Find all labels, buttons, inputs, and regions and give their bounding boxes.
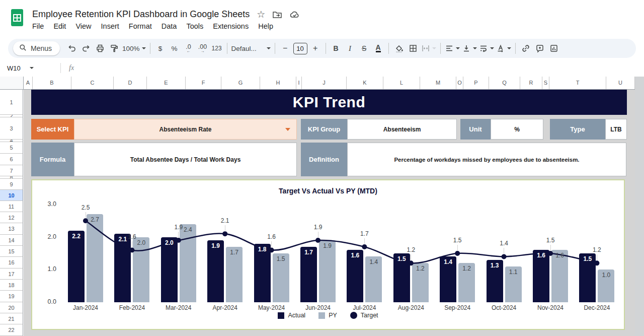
vertical-align-button[interactable] <box>462 42 477 55</box>
row-header-16[interactable]: 16 <box>0 257 23 268</box>
column-header-P[interactable]: P <box>463 77 489 89</box>
scrollbar-track[interactable] <box>635 77 644 336</box>
insert-comment-button[interactable] <box>534 42 546 55</box>
column-header-T[interactable]: T <box>549 77 606 89</box>
row-header-3[interactable]: 3 <box>0 117 23 140</box>
kpi-group-value[interactable]: Absenteeism <box>347 119 457 140</box>
column-header-A[interactable]: A <box>24 77 33 89</box>
row-header-12[interactable]: 12 <box>0 212 23 223</box>
borders-button[interactable] <box>407 42 419 55</box>
horizontal-align-button[interactable] <box>445 42 460 55</box>
column-header-B[interactable]: B <box>33 77 71 89</box>
row-header-13[interactable]: 13 <box>0 223 23 235</box>
menus-search-button[interactable]: Menus <box>13 41 60 55</box>
column-header-E[interactable]: E <box>147 77 186 89</box>
column-header-D[interactable]: D <box>114 77 147 89</box>
print-button[interactable] <box>94 42 106 55</box>
row-header-9[interactable]: 9 <box>0 179 23 190</box>
row-header-11[interactable]: 11 <box>0 201 23 212</box>
column-header-C[interactable]: C <box>71 77 114 89</box>
row-header-14[interactable]: 14 <box>0 235 23 246</box>
paint-format-button[interactable] <box>108 42 120 55</box>
type-value[interactable]: LTB <box>605 119 627 140</box>
zoom-value: 100% <box>122 45 140 52</box>
column-header-U[interactable]: U <box>606 77 635 89</box>
format-currency-button[interactable]: $ <box>154 42 167 55</box>
undo-button[interactable] <box>66 42 78 55</box>
menu-insert[interactable]: Insert <box>101 22 119 30</box>
increase-font-size-button[interactable]: + <box>309 42 321 55</box>
column-header-G[interactable]: G <box>221 77 260 89</box>
x-axis-label: Feb-2024 <box>109 304 154 311</box>
row-header-18[interactable]: 18 <box>0 280 23 291</box>
row-header-17[interactable]: 17 <box>0 268 23 280</box>
actual-value-label: 1.4 <box>440 258 456 265</box>
more-formats-button[interactable]: 123 <box>211 42 223 55</box>
menu-tools[interactable]: Tools <box>186 22 203 30</box>
row-header-21[interactable]: 21 <box>0 313 23 324</box>
row-header-22[interactable]: 22 <box>0 324 23 336</box>
column-header-M[interactable]: M <box>420 77 456 89</box>
column-header-R[interactable]: R <box>520 77 542 89</box>
column-header-J[interactable]: J <box>302 77 347 89</box>
bold-button[interactable]: B <box>330 42 342 55</box>
zoom-control[interactable]: 100% <box>122 42 146 55</box>
increase-decimal-button[interactable]: .00→ <box>197 42 209 55</box>
fill-color-button[interactable] <box>393 42 405 55</box>
menu-edit[interactable]: Edit <box>53 22 66 30</box>
merge-cells-button[interactable] <box>421 42 436 55</box>
formula-value[interactable]: Total Absentee Days / Total Work Days <box>74 143 297 176</box>
row-header-20[interactable]: 20 <box>0 302 23 313</box>
column-header-H[interactable]: H <box>260 77 296 89</box>
menu-view[interactable]: View <box>75 22 91 30</box>
row-header-10[interactable]: 10 <box>0 190 23 201</box>
italic-button[interactable]: I <box>344 42 356 55</box>
star-icon[interactable]: ☆ <box>257 10 265 19</box>
spreadsheet-canvas[interactable]: KPI Trend Select KPI Absenteeism Rate KP… <box>24 90 635 336</box>
row-header-19[interactable]: 19 <box>0 291 23 302</box>
chevron-down-icon <box>267 47 271 49</box>
decrease-font-size-button[interactable]: − <box>279 42 291 55</box>
column-header-Q[interactable]: Q <box>489 77 520 89</box>
text-color-button[interactable]: A <box>372 42 384 55</box>
row-header-15[interactable]: 15 <box>0 246 23 257</box>
row-header-6[interactable]: 6 <box>0 154 23 165</box>
font-size-input[interactable]: 10 <box>293 42 307 55</box>
select-kpi-dropdown[interactable]: Absenteeism Rate <box>74 119 297 140</box>
column-header-K[interactable]: K <box>347 77 383 89</box>
row-header-5[interactable]: 5 <box>0 142 23 154</box>
menu-format[interactable]: Format <box>129 22 152 30</box>
target-label-leader <box>86 212 86 218</box>
definition-value[interactable]: Percentage of workdays missed by employe… <box>347 143 626 176</box>
redo-button[interactable] <box>80 42 92 55</box>
move-folder-icon[interactable] <box>272 10 282 19</box>
menu-help[interactable]: Help <box>258 22 273 30</box>
text-rotation-button[interactable] <box>496 42 511 55</box>
format-percent-button[interactable]: % <box>169 42 181 55</box>
column-header-F[interactable]: F <box>186 77 221 89</box>
row-header-7[interactable]: 7 <box>0 165 23 176</box>
sheets-logo-icon[interactable] <box>10 8 24 29</box>
menu-file[interactable]: File <box>32 22 44 30</box>
column-header-O[interactable]: O <box>456 77 463 89</box>
document-title[interactable]: Employee Retention KPI Dashboard in Goog… <box>32 9 250 20</box>
font-family-selector[interactable]: Defaul... <box>231 42 271 55</box>
insert-link-button[interactable] <box>520 42 532 55</box>
text-wrap-button[interactable] <box>479 42 494 55</box>
cloud-status-icon[interactable] <box>289 10 300 19</box>
cell-name-box[interactable]: W10 <box>0 64 55 72</box>
row-header-1[interactable]: 1 <box>0 90 23 115</box>
select-all-corner[interactable] <box>0 77 24 90</box>
menu-extensions[interactable]: Extensions <box>213 22 249 30</box>
chart-legend: ActualPYTarget <box>32 312 624 319</box>
insert-chart-button[interactable] <box>548 42 560 55</box>
select-kpi-value: Absenteeism Rate <box>159 126 211 133</box>
unit-value[interactable]: % <box>491 119 543 140</box>
decrease-decimal-button[interactable]: .0← <box>183 42 195 55</box>
column-header-L[interactable]: L <box>383 77 420 89</box>
menu-data[interactable]: Data <box>162 22 177 30</box>
column-header-S[interactable]: S <box>542 77 549 89</box>
strikethrough-button[interactable]: S <box>358 42 370 55</box>
column-header-I[interactable]: I <box>296 77 302 89</box>
kpi-trend-chart[interactable]: Target Vs Actual Vs PY (MTD) 3.02.01.00.… <box>31 179 625 330</box>
